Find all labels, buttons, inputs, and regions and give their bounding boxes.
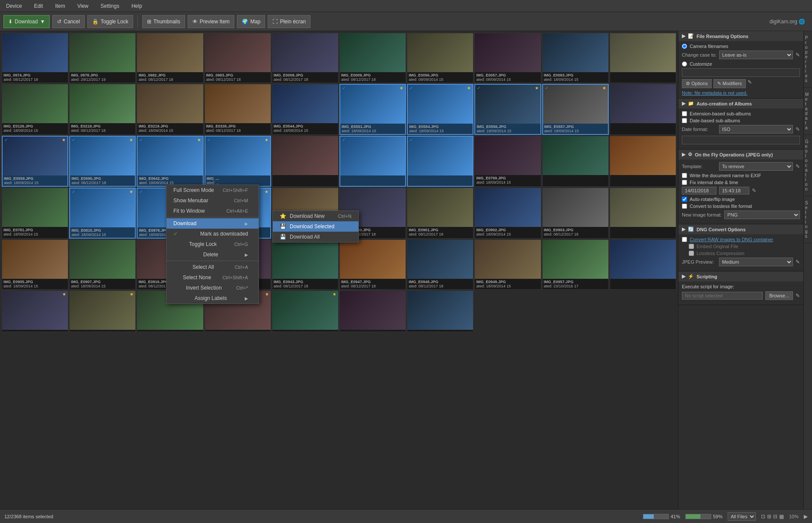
custom-input-area[interactable] [682,68,800,77]
note-link[interactable]: Note: file metadata is not used. [682,90,748,96]
photo-item-4[interactable]: IMG_E0008.JPGated: 08/12/2017 18 [272,33,339,83]
context-toggle-lock[interactable]: Toggle Lock Ctrl+G [166,239,259,249]
side-tab-metadata[interactable]: Metadata [804,88,812,135]
photo-item-20[interactable]: ★✓IMG_E0559.JPGated: 18/09/2014 15 [2,136,68,187]
photo-item-36[interactable]: IMG_E0901.JPGated: 08/12/2017 18 [407,188,473,239]
date-format-input[interactable] [682,136,800,144]
plein-ecran-button[interactable]: ⛶ Plein écran [268,15,310,28]
photo-item-1[interactable]: IMG_0978.JPGated: 29/12/2017 19 [69,33,136,83]
context-delete[interactable]: Delete ▶ [166,249,259,260]
photo-item-45[interactable]: IMG_E0947.JPGated: 08/12/2017 18 [339,239,406,290]
photo-item-13[interactable]: IMG_E0335.JPGated: 08/12/2017 18 [205,84,271,135]
side-tab-geolocation[interactable]: Geolocation [804,135,812,196]
photo-item-14[interactable]: IMG_E0544.JPGated: 18/09/2014 15 [272,84,339,135]
submenu-download-new[interactable]: ⭐ Download New Ctrl+N [273,211,358,221]
photo-item-29[interactable] [610,136,676,187]
change-case-select[interactable]: Leave as-is [719,51,793,59]
photo-item-31[interactable]: ★✓IMG_E0815.JPGated: 18/09/2014 15 [69,188,136,239]
on-fly-header[interactable]: ▶ ⚙ On the Fly Operations (JPEG only) [678,150,803,159]
options-button[interactable]: ⚙ Options [682,79,712,88]
menu-view[interactable]: View [75,2,91,10]
fix-date-checkbox[interactable] [682,180,687,185]
photo-item-23[interactable]: ★✓IMG_...ated: ... [205,136,271,187]
photo-item-38[interactable]: IMG_E0903.JPGated: 08/12/2017 18 [542,188,609,239]
photo-item-6[interactable]: IMG_E0056.JPGated: 08/09/2014 15 [407,33,473,83]
photo-item-41[interactable]: IMG_E0907.JPGated: 18/09/2014 15 [69,239,136,290]
photo-item-37[interactable]: IMG_E0902.JPGated: 18/09/2014 15 [474,188,541,239]
context-mark-downloaded[interactable]: ✓ Mark as downloaded [166,229,259,239]
photo-item-27[interactable]: IMG_E0769.JPGated: 18/09/2014 15 [474,136,541,187]
context-fit-window[interactable]: Fit to Window Ctrl+Alt+E [166,206,259,216]
menu-device[interactable]: Device [3,2,25,10]
photo-item-47[interactable]: IMG_E0949.JPGated: 18/09/2014 15 [474,239,541,290]
jpeg-preview-select[interactable]: Medium [719,258,793,266]
lossless-checkbox[interactable] [689,251,694,256]
edit-icon-3[interactable]: ✎ [796,126,800,132]
embed-original-checkbox[interactable] [689,244,694,249]
context-download[interactable]: Download ▶ [166,218,259,229]
edit-icon-1[interactable]: ✎ [796,52,800,58]
grid-icon[interactable]: ▦ [779,513,784,520]
side-tab-properties[interactable]: Properties [804,31,812,88]
photo-item-51[interactable]: ★ [69,290,136,332]
photo-item-19[interactable] [610,84,676,135]
photo-item-10[interactable]: IMG_E0126.JPGated: 18/09/2014 15 [2,84,68,135]
photo-item-2[interactable]: IMG_0982.JPGated: 08/12/2017 18 [137,33,203,83]
scripting-header[interactable]: ▶ ⚡ Scripting [678,271,803,281]
edit-icon-7[interactable]: ✎ [796,293,800,299]
download-submenu[interactable]: ⭐ Download New Ctrl+N 💾 Download Selecte… [272,210,359,242]
edit-icon-5[interactable]: ✎ [752,188,756,194]
photo-item-7[interactable]: IMG_E0057.JPGated: 08/09/2014 15 [474,33,541,83]
date-input[interactable] [682,187,716,195]
filter-select[interactable]: All Files [728,512,756,521]
time-input[interactable] [719,187,749,195]
auto-rotate-checkbox[interactable] [682,197,687,202]
date-format-select[interactable]: ISO [719,125,793,134]
photo-item-56[interactable] [407,290,473,332]
photo-item-3[interactable]: IMG_0983.JPGated: 08/12/2017 18 [205,33,271,83]
photo-item-18[interactable]: ★✓IMG_E0557.JPGated: 18/09/2014 15 [542,84,609,135]
auto-creation-header[interactable]: ▶ 📁 Auto-creation of Albums [678,99,803,108]
date-based-checkbox[interactable] [682,118,687,123]
submenu-download-all[interactable]: 💾 Download All [273,232,358,242]
photo-item-0[interactable]: IMG_0974.JPGated: 08/12/2017 18 [2,33,68,83]
photo-item-22[interactable]: ★✓IMG_E0642.JPGated: 18/09/2014 15 [137,136,203,187]
context-full-screen[interactable]: Full Screen Mode Ctrl+Shift+F [166,185,259,195]
context-menu[interactable]: Full Screen Mode Ctrl+Shift+F Show Menub… [166,185,259,304]
photo-item-26[interactable]: ✓ [407,136,473,187]
download-button[interactable]: ⬇ Download ▼ [3,15,50,28]
photo-item-49[interactable] [610,239,676,290]
photo-item-5[interactable]: IMG_E0009.JPGated: 08/12/2017 18 [339,33,406,83]
thumbnails-button[interactable]: ⊞ Thumbnails [142,15,185,28]
photo-item-30[interactable]: IMG_E0781.JPGated: 18/09/2014 15 [2,188,68,239]
photo-grid-area[interactable]: IMG_0974.JPGated: 08/12/2017 18IMG_0978.… [0,31,678,509]
photo-item-24[interactable] [272,136,339,187]
context-invert-selection[interactable]: Invert Selection Ctrl+* [166,283,259,293]
edit-icon-6[interactable]: ✎ [796,259,800,265]
preview-item-button[interactable]: 👁 Preview Item [188,15,234,28]
zoom-slider-right[interactable]: ▶ [804,513,808,520]
photo-item-54[interactable]: ★ [272,290,339,332]
cancel-button[interactable]: ↺ Cancel [52,15,84,28]
photo-item-25[interactable]: ✓ [339,136,406,187]
context-select-all[interactable]: Select All Ctrl+A [166,262,259,272]
photo-item-17[interactable]: ★✓IMG_E0556.JPGated: 18/09/2014 15 [474,84,541,135]
extension-based-checkbox[interactable] [682,111,687,116]
convert-raw-checkbox[interactable] [682,237,687,242]
photo-item-8[interactable]: IMG_E0083.JPGated: 18/09/2014 15 [542,33,609,83]
modifiers-button[interactable]: ✎ Modifiers [713,79,746,88]
convert-lossless-checkbox[interactable] [682,204,687,209]
fit-icon[interactable]: ⊡ [761,513,765,520]
side-tab-settings[interactable]: Settings [804,196,812,243]
context-assign-labels[interactable]: Assign Labels ▶ [166,293,259,303]
zoom-in-icon[interactable]: ⊞ [767,513,771,520]
customize-radio[interactable] [682,61,687,67]
photo-item-12[interactable]: IMG_E0219.JPGated: 18/09/2014 15 [137,84,203,135]
map-button[interactable]: 🌍 Map [237,15,265,28]
menu-settings[interactable]: Settings [98,2,122,10]
camera-filenames-radio[interactable] [682,44,687,49]
photo-item-44[interactable]: IMG_E0943.JPGated: 08/12/2017 18 [272,239,339,290]
convert-raw-label[interactable]: Convert RAW images to DNG container [690,237,773,242]
photo-item-28[interactable] [542,136,609,187]
photo-item-21[interactable]: ★✓IMG_E0595.JPGated: 08/12/2017 18 [69,136,136,187]
